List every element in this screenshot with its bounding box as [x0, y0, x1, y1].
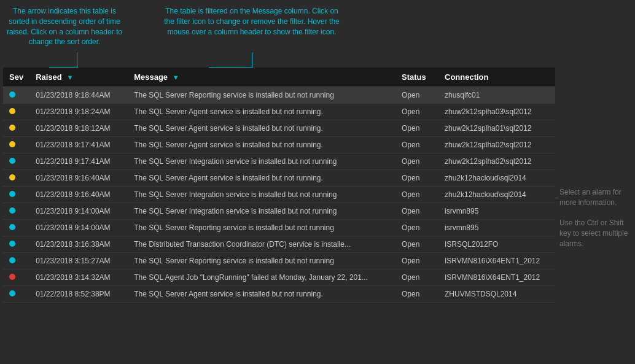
cell-message: The Distributed Transaction Coordinator …: [128, 236, 395, 253]
cell-connection: zhuw2k12splha01\sql2012: [438, 120, 555, 137]
col-header-status[interactable]: Status: [395, 68, 438, 87]
col-header-connection[interactable]: Connection: [438, 68, 555, 87]
cell-status: Open: [395, 170, 438, 187]
cell-message: The SQL Server Reporting service is inst…: [128, 87, 395, 104]
cell-connection: zhuw2k12splha02\sql2012: [438, 153, 555, 170]
cell-status: Open: [395, 137, 438, 153]
cell-sev: [3, 87, 29, 104]
cell-raised: 01/23/2018 9:17:41AM: [29, 153, 128, 170]
cell-sev: [3, 153, 29, 170]
severity-dot: [9, 125, 15, 131]
cell-sev: [3, 120, 29, 137]
cell-message: The SQL Server Agent service is installe…: [128, 286, 395, 303]
table-row[interactable]: 01/23/2018 3:14:32AM The SQL Agent Job "…: [3, 269, 555, 286]
cell-connection: zhuw2k12splha03\sql2012: [438, 104, 555, 120]
cell-sev: [3, 220, 29, 236]
cell-raised: 01/23/2018 3:15:27AM: [29, 253, 128, 269]
alarms-table-container: Sev Raised ▼ Message ▼ Status Connection: [3, 68, 555, 303]
cell-raised: 01/23/2018 9:18:24AM: [29, 104, 128, 120]
cell-sev: [3, 203, 29, 220]
cell-raised: 01/23/2018 9:16:40AM: [29, 170, 128, 187]
table-row[interactable]: 01/23/2018 9:17:41AM The SQL Server Agen…: [3, 137, 555, 153]
cell-status: Open: [395, 153, 438, 170]
col-header-sev[interactable]: Sev: [3, 68, 29, 87]
severity-dot: [9, 191, 15, 197]
cell-message: The SQL Server Agent service is installe…: [128, 104, 395, 120]
cell-raised: 01/23/2018 9:18:12AM: [29, 120, 128, 137]
cell-connection: zhu2k12hacloud\sql2014: [438, 187, 555, 203]
table-row[interactable]: 01/22/2018 8:52:38PM The SQL Server Agen…: [3, 286, 555, 303]
cell-connection: isrvmn895: [438, 203, 555, 220]
cell-sev: [3, 104, 29, 120]
col-header-message[interactable]: Message ▼: [128, 68, 395, 87]
severity-dot: [9, 91, 15, 98]
cell-message: The SQL Server Reporting service is inst…: [128, 253, 395, 269]
tooltip-select-info: Select an alarm for more information. Us…: [559, 187, 630, 249]
cell-status: Open: [395, 203, 438, 220]
table-row[interactable]: 01/23/2018 9:14:00AM The SQL Server Inte…: [3, 203, 555, 220]
cell-raised: 01/23/2018 9:18:44AM: [29, 87, 128, 104]
cell-message: The SQL Server Integration service is in…: [128, 203, 395, 220]
cell-raised: 01/23/2018 9:16:40AM: [29, 187, 128, 203]
cell-raised: 01/23/2018 3:14:32AM: [29, 269, 128, 286]
cell-status: Open: [395, 253, 438, 269]
cell-raised: 01/23/2018 9:14:00AM: [29, 220, 128, 236]
cell-connection: zhusqlfc01: [438, 87, 555, 104]
table-row[interactable]: 01/23/2018 9:18:44AM The SQL Server Repo…: [3, 87, 555, 104]
table-row[interactable]: 01/23/2018 9:14:00AM The SQL Server Repo…: [3, 220, 555, 236]
cell-sev: [3, 286, 29, 303]
cell-message: The SQL Server Agent service is installe…: [128, 137, 395, 153]
tooltip-center-line-v: [252, 52, 252, 68]
table-row[interactable]: 01/23/2018 3:15:27AM The SQL Server Repo…: [3, 253, 555, 269]
table-row[interactable]: 01/23/2018 9:16:40AM The SQL Server Inte…: [3, 187, 555, 203]
cell-connection: isrvmn895: [438, 220, 555, 236]
cell-message: The SQL Server Integration service is in…: [128, 187, 395, 203]
cell-raised: 01/23/2018 9:14:00AM: [29, 203, 128, 220]
cell-status: Open: [395, 120, 438, 137]
severity-dot: [9, 274, 15, 280]
table-row[interactable]: 01/23/2018 9:17:41AM The SQL Server Inte…: [3, 153, 555, 170]
severity-dot: [9, 290, 15, 296]
table-row[interactable]: 01/23/2018 9:16:40AM The SQL Server Agen…: [3, 170, 555, 187]
cell-connection: zhu2k12hacloud\sql2014: [438, 170, 555, 187]
cell-sev: [3, 170, 29, 187]
cell-message: The SQL Agent Job "LongRunning" failed a…: [128, 269, 395, 286]
cell-status: Open: [395, 269, 438, 286]
cell-connection: ZHUVMSTDSQL2014: [438, 286, 555, 303]
severity-dot: [9, 174, 15, 180]
cell-message: The SQL Server Agent service is installe…: [128, 170, 395, 187]
cell-status: Open: [395, 286, 438, 303]
cell-sev: [3, 253, 29, 269]
cell-sev: [3, 269, 29, 286]
severity-dot: [9, 224, 15, 230]
cell-sev: [3, 137, 29, 153]
tooltip-filter-info: The table is filtered on the Message col…: [163, 6, 341, 37]
cell-message: The SQL Server Reporting service is inst…: [128, 220, 395, 236]
cell-message: The SQL Server Agent service is installe…: [128, 120, 395, 137]
severity-dot: [9, 207, 15, 214]
severity-dot: [9, 108, 15, 114]
table-row[interactable]: 01/23/2018 3:16:38AM The Distributed Tra…: [3, 236, 555, 253]
filter-icon[interactable]: ▼: [173, 74, 179, 81]
cell-status: Open: [395, 187, 438, 203]
cell-message: The SQL Server Integration service is in…: [128, 153, 395, 170]
tooltip-sort-info: The arrow indicates this table is sorted…: [3, 6, 126, 47]
cell-raised: 01/23/2018 3:16:38AM: [29, 236, 128, 253]
cell-connection: zhuw2k12splha02\sql2012: [438, 137, 555, 153]
cell-raised: 01/23/2018 9:17:41AM: [29, 137, 128, 153]
table-row[interactable]: 01/23/2018 9:18:12AM The SQL Server Agen…: [3, 120, 555, 137]
table-row[interactable]: 01/23/2018 9:18:24AM The SQL Server Agen…: [3, 104, 555, 120]
cell-connection: ISRVMN816\X64ENT1_2012: [438, 253, 555, 269]
severity-dot: [9, 158, 15, 164]
cell-status: Open: [395, 220, 438, 236]
cell-status: Open: [395, 87, 438, 104]
tooltip-left-line-v: [77, 52, 77, 68]
severity-dot: [9, 141, 15, 147]
col-header-raised[interactable]: Raised ▼: [29, 68, 128, 87]
cell-connection: ISRVMN816\X64ENT1_2012: [438, 269, 555, 286]
severity-dot: [9, 257, 15, 263]
alarms-table: Sev Raised ▼ Message ▼ Status Connection: [3, 68, 555, 303]
cell-raised: 01/22/2018 8:52:38PM: [29, 286, 128, 303]
severity-dot: [9, 241, 15, 247]
cell-sev: [3, 236, 29, 253]
